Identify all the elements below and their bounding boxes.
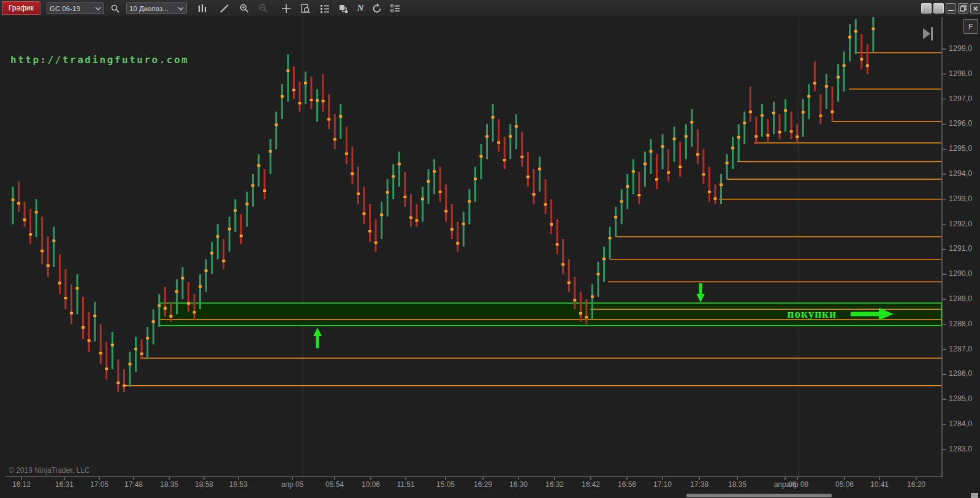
bar-dot	[626, 185, 629, 188]
price-plot	[0, 17, 980, 498]
time-tick-label: апр 08	[778, 480, 817, 489]
time-tick-label: 05:06	[825, 480, 864, 489]
bar-dot	[140, 353, 143, 355]
time-tick-label: 18:58	[184, 480, 224, 489]
down-arrow[interactable]	[696, 283, 705, 302]
bar-dot	[509, 135, 512, 137]
bar-dot	[351, 172, 354, 175]
bar-dot	[35, 211, 38, 213]
bar-dot	[444, 210, 447, 212]
bar-dot	[310, 99, 313, 101]
bar-dot	[398, 163, 401, 165]
bar-dot	[29, 233, 32, 236]
search-icon[interactable]	[108, 2, 122, 14]
bar-dot	[316, 99, 319, 102]
bar-dot	[661, 145, 664, 148]
reload-icon[interactable]	[370, 2, 384, 14]
tab-chart[interactable]: График	[2, 1, 40, 15]
bar-dot	[222, 259, 225, 262]
chart-style-icon[interactable]	[196, 2, 209, 14]
bar-dot	[726, 162, 729, 164]
price-tick-label: 1293,0	[949, 194, 979, 203]
title-bar: График GC 06-19 10 Диапаз... N	[0, 0, 980, 17]
scrollbar-thumb[interactable]	[686, 494, 832, 497]
bar-dot	[433, 170, 436, 173]
time-tick-label: 17:05	[80, 480, 119, 489]
bar-dot	[614, 216, 617, 218]
restore-icon	[960, 5, 967, 12]
price-tick-label: 1286,0	[949, 369, 979, 378]
bar-dot	[685, 135, 688, 137]
bar-dot	[561, 263, 564, 266]
bar-dot	[169, 315, 172, 318]
bar-dot	[421, 197, 424, 200]
right-arrow-stem[interactable]	[851, 312, 880, 316]
ninjascript-icon[interactable]: N	[354, 2, 367, 14]
bar-dot	[550, 223, 553, 226]
interval-selector[interactable]: 10 Диапаз...	[126, 2, 187, 14]
price-axis-f-button[interactable]: F	[963, 19, 978, 34]
bar-dot	[720, 183, 723, 186]
chart-trader-icon[interactable]	[336, 2, 350, 14]
bar-dot	[298, 102, 301, 104]
bar-dot	[802, 111, 805, 113]
bar-dot	[286, 69, 289, 72]
time-tick-label: 16:31	[45, 480, 84, 489]
bar-dot	[187, 302, 190, 305]
bar-dot	[12, 199, 15, 201]
price-tick-label: 1292,0	[949, 220, 979, 228]
bar-dot	[327, 118, 330, 121]
bar-dot	[164, 307, 167, 310]
bar-dot	[52, 240, 55, 242]
time-tick-label: 16:32	[535, 480, 574, 489]
instrument-selector-value: GC 06-19	[50, 5, 95, 12]
close-button[interactable]: ×	[970, 3, 980, 13]
market-analyzer-icon[interactable]	[318, 2, 332, 14]
bar-dot	[134, 348, 137, 350]
bar-dot	[714, 197, 717, 200]
draw-icon[interactable]	[218, 2, 231, 14]
bar-dot	[526, 175, 530, 178]
zoom-out-icon[interactable]	[257, 2, 270, 14]
zoom-in-icon[interactable]	[238, 2, 251, 14]
bar-dot	[743, 122, 746, 124]
bar-dot	[146, 337, 149, 339]
bar-dot	[462, 223, 465, 225]
price-tick-label: 1294,0	[949, 169, 979, 178]
bar-dot	[450, 228, 454, 231]
bar-dot	[872, 28, 875, 30]
bar-dot	[281, 95, 284, 98]
bar-dot	[129, 363, 132, 366]
price-tick-label: 1297,0	[949, 94, 979, 103]
bar-dot	[544, 203, 547, 205]
bar-dot	[843, 64, 846, 67]
bar-dot	[702, 173, 705, 175]
time-tick-label: 10:06	[351, 480, 390, 489]
up-arrow[interactable]	[313, 328, 322, 348]
bar-dot	[17, 202, 20, 204]
crosshair-icon[interactable]	[279, 2, 293, 14]
demand-zone-label[interactable]: покупки	[788, 307, 837, 321]
bar-dot	[649, 150, 652, 153]
panel-button-1[interactable]	[921, 3, 932, 13]
data-box-icon[interactable]	[298, 2, 312, 14]
bar-dot	[831, 110, 834, 113]
bar-dot	[228, 228, 231, 230]
bar-dot	[111, 343, 114, 346]
bar-dot	[76, 287, 79, 289]
instrument-selector[interactable]: GC 06-19	[47, 2, 104, 14]
time-tick-label: 16:30	[499, 480, 538, 489]
copyright-text: © 2019 NinjaTrader, LLC	[9, 466, 89, 475]
restore-button[interactable]	[958, 3, 968, 13]
bar-dot	[637, 194, 640, 196]
go-to-end-icon[interactable]	[923, 28, 930, 39]
scrollbar-corner[interactable]	[971, 493, 978, 498]
bar-dot	[263, 190, 266, 192]
time-tick-label: 18:35	[718, 480, 757, 489]
bar-dot	[363, 212, 366, 215]
bar-dot	[88, 339, 91, 342]
minimize-button[interactable]	[946, 3, 956, 13]
panel-button-2[interactable]	[933, 3, 944, 13]
time-tick-label: 16:12	[2, 480, 41, 489]
properties-icon[interactable]	[389, 2, 402, 14]
